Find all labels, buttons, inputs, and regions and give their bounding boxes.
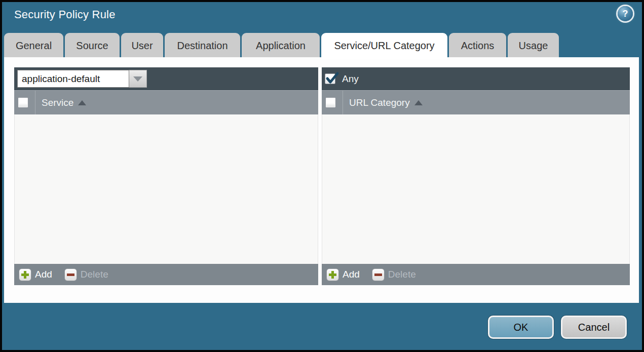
service-add-button[interactable]: Add — [19, 268, 52, 281]
delete-button-label: Delete — [81, 269, 108, 280]
tab-destination[interactable]: Destination — [165, 33, 240, 57]
url-category-table-body[interactable] — [322, 114, 630, 264]
dialog-title: Security Policy Rule — [14, 8, 116, 21]
minus-icon — [64, 268, 77, 281]
cancel-button[interactable]: Cancel — [561, 316, 627, 339]
plus-icon — [326, 268, 339, 281]
tab-content-area: Service Add Delete — [4, 57, 639, 303]
url-category-add-button[interactable]: Add — [326, 268, 360, 281]
sort-ascending-icon[interactable] — [414, 100, 423, 105]
minus-icon — [372, 268, 385, 281]
url-category-select-all-checkbox[interactable] — [325, 97, 336, 108]
header-divider — [343, 91, 343, 114]
tab-actions[interactable]: Actions — [449, 33, 506, 57]
tab-source[interactable]: Source — [65, 33, 120, 57]
service-footer-bar: Add Delete — [14, 264, 318, 285]
service-delete-button[interactable]: Delete — [64, 268, 108, 281]
security-policy-rule-dialog: Security Policy Rule ? General Source Us… — [0, 0, 644, 352]
service-panel: Service Add Delete — [14, 67, 318, 285]
service-select-all-checkbox[interactable] — [18, 97, 28, 108]
url-category-footer-bar: Add Delete — [322, 264, 630, 285]
service-type-dropdown-button[interactable] — [129, 70, 147, 88]
service-column-label: Service — [42, 97, 73, 108]
tab-service-url-category[interactable]: Service/URL Category — [321, 33, 447, 59]
url-category-column-label: URL Category — [349, 97, 410, 108]
delete-button-label: Delete — [388, 269, 416, 280]
service-table-body[interactable] — [14, 114, 318, 264]
sort-ascending-icon[interactable] — [78, 100, 86, 105]
tab-usage[interactable]: Usage — [508, 33, 559, 57]
service-type-input[interactable] — [17, 70, 129, 88]
service-type-combobox — [17, 70, 147, 88]
plus-icon — [19, 268, 31, 281]
service-table-header: Service — [14, 90, 318, 114]
url-category-table-header: URL Category — [322, 90, 630, 114]
checkmark-icon — [325, 71, 340, 87]
help-icon[interactable]: ? — [618, 6, 633, 21]
tab-bar: General Source User Destination Applicat… — [4, 33, 559, 59]
header-divider — [35, 91, 35, 114]
url-category-panel: Any URL Category Add Delete — [322, 67, 630, 285]
any-checkbox[interactable] — [325, 73, 335, 84]
add-button-label: Add — [35, 269, 52, 280]
tab-application[interactable]: Application — [242, 33, 320, 57]
ok-button[interactable]: OK — [488, 316, 554, 339]
url-category-any-bar: Any — [322, 67, 630, 90]
any-label: Any — [342, 73, 359, 85]
add-button-label: Add — [343, 269, 360, 280]
tab-user[interactable]: User — [121, 33, 163, 57]
service-selector-bar — [14, 67, 318, 90]
url-category-delete-button[interactable]: Delete — [372, 268, 416, 281]
tab-general[interactable]: General — [4, 33, 63, 57]
chevron-down-icon — [133, 76, 142, 82]
